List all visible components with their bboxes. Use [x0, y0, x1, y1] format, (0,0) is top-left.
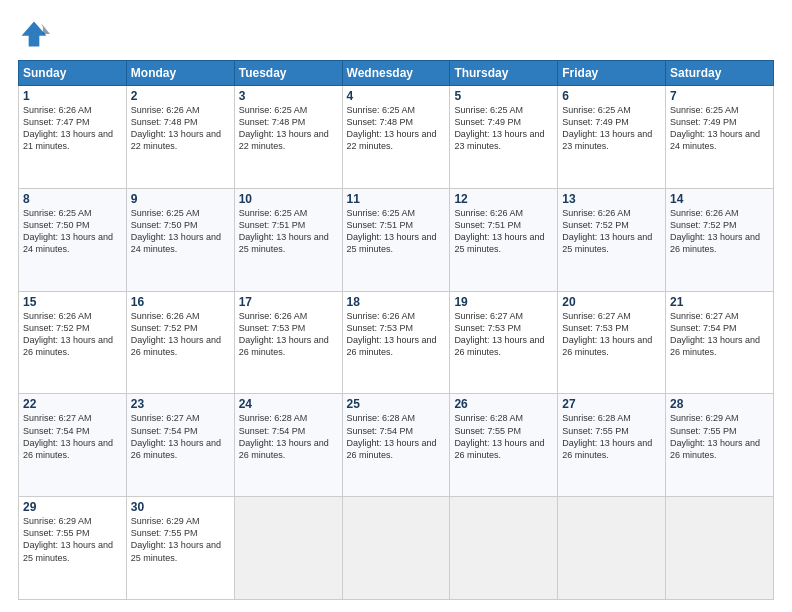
day-info: Sunrise: 6:26 AMSunset: 7:52 PMDaylight:…: [23, 311, 113, 357]
weekday-header: Saturday: [666, 61, 774, 86]
calendar-table: SundayMondayTuesdayWednesdayThursdayFrid…: [18, 60, 774, 600]
day-info: Sunrise: 6:27 AMSunset: 7:54 PMDaylight:…: [131, 413, 221, 459]
day-info: Sunrise: 6:25 AMSunset: 7:51 PMDaylight:…: [347, 208, 437, 254]
day-number: 28: [670, 397, 769, 411]
calendar-cell: 27 Sunrise: 6:28 AMSunset: 7:55 PMDaylig…: [558, 394, 666, 497]
day-info: Sunrise: 6:26 AMSunset: 7:52 PMDaylight:…: [131, 311, 221, 357]
day-number: 2: [131, 89, 230, 103]
calendar-cell: 10 Sunrise: 6:25 AMSunset: 7:51 PMDaylig…: [234, 188, 342, 291]
day-number: 6: [562, 89, 661, 103]
calendar-cell: 21 Sunrise: 6:27 AMSunset: 7:54 PMDaylig…: [666, 291, 774, 394]
calendar-cell: [666, 497, 774, 600]
calendar-cell: 3 Sunrise: 6:25 AMSunset: 7:48 PMDayligh…: [234, 86, 342, 189]
day-info: Sunrise: 6:25 AMSunset: 7:48 PMDaylight:…: [239, 105, 329, 151]
day-number: 12: [454, 192, 553, 206]
day-number: 20: [562, 295, 661, 309]
day-info: Sunrise: 6:26 AMSunset: 7:53 PMDaylight:…: [347, 311, 437, 357]
day-number: 9: [131, 192, 230, 206]
calendar-cell: 20 Sunrise: 6:27 AMSunset: 7:53 PMDaylig…: [558, 291, 666, 394]
logo: [18, 18, 54, 50]
day-info: Sunrise: 6:29 AMSunset: 7:55 PMDaylight:…: [23, 516, 113, 562]
day-number: 27: [562, 397, 661, 411]
calendar-cell: 17 Sunrise: 6:26 AMSunset: 7:53 PMDaylig…: [234, 291, 342, 394]
day-info: Sunrise: 6:28 AMSunset: 7:54 PMDaylight:…: [239, 413, 329, 459]
calendar-cell: 22 Sunrise: 6:27 AMSunset: 7:54 PMDaylig…: [19, 394, 127, 497]
calendar-cell: 2 Sunrise: 6:26 AMSunset: 7:48 PMDayligh…: [126, 86, 234, 189]
day-info: Sunrise: 6:28 AMSunset: 7:55 PMDaylight:…: [562, 413, 652, 459]
calendar-cell: 19 Sunrise: 6:27 AMSunset: 7:53 PMDaylig…: [450, 291, 558, 394]
calendar-cell: 4 Sunrise: 6:25 AMSunset: 7:48 PMDayligh…: [342, 86, 450, 189]
calendar-cell: [558, 497, 666, 600]
calendar-cell: 30 Sunrise: 6:29 AMSunset: 7:55 PMDaylig…: [126, 497, 234, 600]
day-number: 14: [670, 192, 769, 206]
calendar-cell: [234, 497, 342, 600]
calendar-cell: 5 Sunrise: 6:25 AMSunset: 7:49 PMDayligh…: [450, 86, 558, 189]
calendar-cell: 13 Sunrise: 6:26 AMSunset: 7:52 PMDaylig…: [558, 188, 666, 291]
day-info: Sunrise: 6:28 AMSunset: 7:54 PMDaylight:…: [347, 413, 437, 459]
day-number: 19: [454, 295, 553, 309]
day-info: Sunrise: 6:26 AMSunset: 7:47 PMDaylight:…: [23, 105, 113, 151]
day-info: Sunrise: 6:28 AMSunset: 7:55 PMDaylight:…: [454, 413, 544, 459]
weekday-header: Wednesday: [342, 61, 450, 86]
calendar-cell: 28 Sunrise: 6:29 AMSunset: 7:55 PMDaylig…: [666, 394, 774, 497]
day-number: 26: [454, 397, 553, 411]
day-number: 29: [23, 500, 122, 514]
day-info: Sunrise: 6:26 AMSunset: 7:51 PMDaylight:…: [454, 208, 544, 254]
day-number: 25: [347, 397, 446, 411]
day-number: 1: [23, 89, 122, 103]
day-number: 15: [23, 295, 122, 309]
weekday-header: Sunday: [19, 61, 127, 86]
calendar-cell: 16 Sunrise: 6:26 AMSunset: 7:52 PMDaylig…: [126, 291, 234, 394]
day-number: 5: [454, 89, 553, 103]
day-info: Sunrise: 6:25 AMSunset: 7:51 PMDaylight:…: [239, 208, 329, 254]
calendar-cell: 14 Sunrise: 6:26 AMSunset: 7:52 PMDaylig…: [666, 188, 774, 291]
calendar-cell: 6 Sunrise: 6:25 AMSunset: 7:49 PMDayligh…: [558, 86, 666, 189]
day-info: Sunrise: 6:25 AMSunset: 7:49 PMDaylight:…: [454, 105, 544, 151]
day-number: 4: [347, 89, 446, 103]
day-number: 3: [239, 89, 338, 103]
calendar-cell: 26 Sunrise: 6:28 AMSunset: 7:55 PMDaylig…: [450, 394, 558, 497]
day-number: 7: [670, 89, 769, 103]
day-info: Sunrise: 6:27 AMSunset: 7:54 PMDaylight:…: [670, 311, 760, 357]
day-info: Sunrise: 6:25 AMSunset: 7:50 PMDaylight:…: [131, 208, 221, 254]
calendar-cell: 12 Sunrise: 6:26 AMSunset: 7:51 PMDaylig…: [450, 188, 558, 291]
day-info: Sunrise: 6:27 AMSunset: 7:53 PMDaylight:…: [562, 311, 652, 357]
day-number: 8: [23, 192, 122, 206]
calendar-cell: 7 Sunrise: 6:25 AMSunset: 7:49 PMDayligh…: [666, 86, 774, 189]
day-info: Sunrise: 6:29 AMSunset: 7:55 PMDaylight:…: [131, 516, 221, 562]
day-info: Sunrise: 6:25 AMSunset: 7:48 PMDaylight:…: [347, 105, 437, 151]
day-number: 10: [239, 192, 338, 206]
weekday-header: Monday: [126, 61, 234, 86]
calendar-cell: 29 Sunrise: 6:29 AMSunset: 7:55 PMDaylig…: [19, 497, 127, 600]
day-info: Sunrise: 6:26 AMSunset: 7:52 PMDaylight:…: [670, 208, 760, 254]
day-info: Sunrise: 6:26 AMSunset: 7:52 PMDaylight:…: [562, 208, 652, 254]
day-number: 13: [562, 192, 661, 206]
day-number: 30: [131, 500, 230, 514]
calendar-cell: 24 Sunrise: 6:28 AMSunset: 7:54 PMDaylig…: [234, 394, 342, 497]
day-number: 18: [347, 295, 446, 309]
day-number: 17: [239, 295, 338, 309]
calendar-cell: [450, 497, 558, 600]
calendar-cell: [342, 497, 450, 600]
day-number: 24: [239, 397, 338, 411]
day-info: Sunrise: 6:27 AMSunset: 7:54 PMDaylight:…: [23, 413, 113, 459]
header: [18, 18, 774, 50]
day-number: 22: [23, 397, 122, 411]
page: SundayMondayTuesdayWednesdayThursdayFrid…: [0, 0, 792, 612]
day-info: Sunrise: 6:26 AMSunset: 7:48 PMDaylight:…: [131, 105, 221, 151]
weekday-header: Friday: [558, 61, 666, 86]
day-info: Sunrise: 6:25 AMSunset: 7:49 PMDaylight:…: [670, 105, 760, 151]
day-info: Sunrise: 6:26 AMSunset: 7:53 PMDaylight:…: [239, 311, 329, 357]
day-info: Sunrise: 6:25 AMSunset: 7:49 PMDaylight:…: [562, 105, 652, 151]
logo-icon: [18, 18, 50, 50]
day-number: 16: [131, 295, 230, 309]
weekday-header: Thursday: [450, 61, 558, 86]
day-number: 23: [131, 397, 230, 411]
header-row: SundayMondayTuesdayWednesdayThursdayFrid…: [19, 61, 774, 86]
calendar-cell: 1 Sunrise: 6:26 AMSunset: 7:47 PMDayligh…: [19, 86, 127, 189]
weekday-header: Tuesday: [234, 61, 342, 86]
day-number: 11: [347, 192, 446, 206]
calendar-cell: 8 Sunrise: 6:25 AMSunset: 7:50 PMDayligh…: [19, 188, 127, 291]
day-number: 21: [670, 295, 769, 309]
calendar-cell: 18 Sunrise: 6:26 AMSunset: 7:53 PMDaylig…: [342, 291, 450, 394]
